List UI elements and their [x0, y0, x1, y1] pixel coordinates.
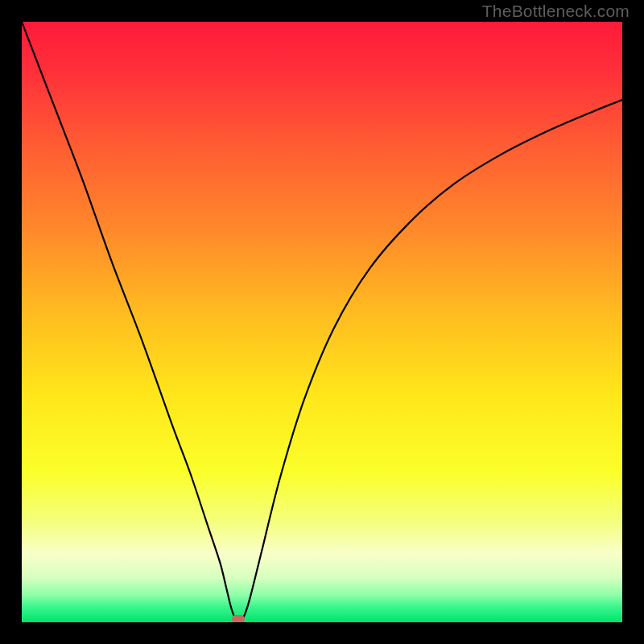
optimal-point-marker — [232, 615, 245, 622]
gradient-background — [22, 22, 622, 622]
chart-frame: TheBottleneck.com — [0, 0, 644, 644]
watermark-text: TheBottleneck.com — [482, 2, 630, 21]
plot-area — [22, 22, 622, 622]
bottleneck-chart — [22, 22, 622, 622]
